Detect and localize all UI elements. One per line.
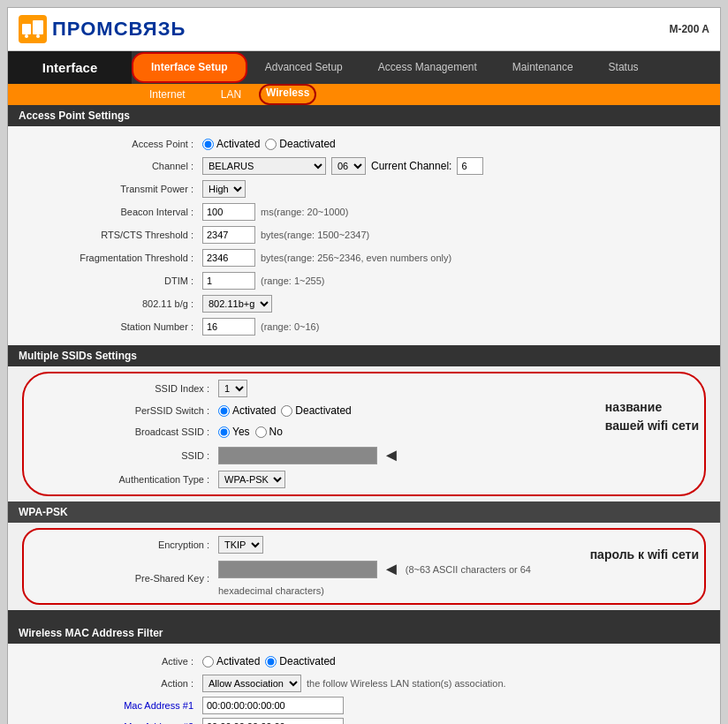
ssid-section-container: SSID Index : 1 PerSSID Switch : Activate… bbox=[8, 372, 720, 496]
mode-label: 802.11 b/g : bbox=[26, 298, 202, 309]
wpa-oval: Encryption : TKIP Pre-Shared Key : ◄ (8~… bbox=[22, 528, 706, 605]
station-input[interactable] bbox=[202, 318, 255, 336]
frag-input[interactable] bbox=[202, 249, 255, 267]
svg-rect-0 bbox=[22, 24, 31, 34]
sub-nav-wireless[interactable]: Wireless bbox=[259, 84, 316, 105]
row-access-point: Access Point : Activated Deactivated bbox=[8, 133, 720, 155]
mac-active-label: Active : bbox=[26, 656, 202, 667]
auth-label: Authentication Type : bbox=[42, 474, 218, 485]
rts-input[interactable] bbox=[202, 226, 255, 244]
nav-bar: Interface Interface Setup Advanced Setup… bbox=[8, 51, 720, 84]
psk-row: ◄ (8~63 ASCII characters or 64 bbox=[218, 559, 531, 579]
channel-label: Channel : bbox=[26, 161, 202, 171]
ssid-index-select[interactable]: 1 bbox=[218, 380, 247, 397]
broadcast-yes[interactable]: Yes bbox=[218, 426, 250, 438]
mac-input-1[interactable] bbox=[202, 697, 344, 714]
mode-select[interactable]: 802.11b+g bbox=[202, 295, 272, 313]
channel-value: BELARUS 06 Current Channel: bbox=[202, 157, 483, 175]
row-ssid: SSID : ◄ bbox=[24, 442, 704, 468]
sub-nav-lan[interactable]: LAN bbox=[203, 84, 259, 105]
tab-interface-setup[interactable]: Interface Setup bbox=[132, 52, 247, 84]
content: Access Point Settings Access Point : Act… bbox=[8, 105, 720, 724]
station-label: Station Number : bbox=[26, 321, 202, 332]
tab-status[interactable]: Status bbox=[591, 54, 656, 82]
nav-tabs: Interface Setup Advanced Setup Access Ma… bbox=[132, 51, 720, 84]
ssid-field-label: SSID : bbox=[42, 450, 218, 461]
mac-active-deactivated[interactable]: Deactivated bbox=[265, 655, 335, 667]
section-mac-header: Wireless MAC Address Filter bbox=[8, 610, 720, 644]
radio-deactivated-input[interactable] bbox=[265, 139, 277, 150]
encryption-select[interactable]: TKIP bbox=[218, 536, 263, 554]
tab-advanced-setup[interactable]: Advanced Setup bbox=[247, 54, 360, 82]
channel-num-select[interactable]: 06 bbox=[331, 157, 366, 175]
beacon-input[interactable] bbox=[202, 203, 255, 221]
psk-label: Pre-Shared Key : bbox=[42, 573, 218, 584]
mac-active-value: Activated Deactivated bbox=[202, 655, 336, 667]
transmit-power-label: Transmit Power : bbox=[26, 184, 202, 194]
transmit-power-select[interactable]: High bbox=[202, 180, 246, 198]
section-access-point-header: Access Point Settings bbox=[8, 105, 720, 126]
row-broadcast: Broadcast SSID : Yes No bbox=[24, 421, 704, 442]
broadcast-label: Broadcast SSID : bbox=[42, 426, 218, 437]
access-point-value: Activated Deactivated bbox=[202, 138, 336, 150]
psk-input[interactable] bbox=[218, 561, 377, 578]
psk-hint2: hexadecimal characters) bbox=[218, 585, 324, 596]
tab-access-management[interactable]: Access Management bbox=[360, 54, 495, 82]
channel-select[interactable]: BELARUS bbox=[202, 157, 326, 175]
row-transmit-power: Transmit Power : High bbox=[8, 177, 720, 200]
transmit-power-value: High bbox=[202, 180, 246, 198]
broadcast-no[interactable]: No bbox=[255, 426, 283, 438]
mac-action-suffix: the follow Wireless LAN station(s) assoc… bbox=[307, 678, 506, 689]
mac-row: Mac Address #2 bbox=[8, 716, 720, 724]
mac-action-value: Allow Association the follow Wireless LA… bbox=[202, 675, 506, 692]
dtim-input[interactable] bbox=[202, 272, 255, 290]
perssid-deactivated[interactable]: Deactivated bbox=[281, 404, 351, 417]
ssid-field-value: ◄ bbox=[218, 445, 400, 465]
perssid-activated[interactable]: Activated bbox=[218, 404, 276, 417]
mac-active-activated[interactable]: Activated bbox=[202, 655, 260, 667]
dtim-label: DTIM : bbox=[26, 275, 202, 286]
nav-interface: Interface bbox=[8, 51, 132, 84]
sub-nav-internet[interactable]: Internet bbox=[132, 84, 203, 105]
perssid-activated-input[interactable] bbox=[218, 405, 230, 417]
mac-filter-form: Active : Activated Deactivated Action : bbox=[8, 644, 720, 724]
dtim-hint: (range: 1~255) bbox=[261, 275, 324, 286]
current-channel-input[interactable] bbox=[457, 157, 483, 175]
section-wpa-header: WPA-PSK bbox=[8, 502, 720, 523]
encryption-value: TKIP bbox=[218, 536, 263, 554]
perssid-label: PerSSID Switch : bbox=[42, 405, 218, 416]
auth-select[interactable]: WPA-PSK bbox=[218, 471, 285, 488]
mac-label-1: Mac Address #1 bbox=[26, 700, 202, 711]
mac-action-label: Action : bbox=[26, 678, 202, 689]
radio-deactivated[interactable]: Deactivated bbox=[265, 138, 335, 150]
access-point-label: Access Point : bbox=[26, 139, 202, 149]
radio-activated[interactable]: Activated bbox=[202, 138, 260, 150]
row-mac-action: Action : Allow Association the follow Wi… bbox=[8, 672, 720, 695]
broadcast-yes-input[interactable] bbox=[218, 426, 230, 438]
ssid-annotation: названиевашей wifi сети bbox=[605, 398, 699, 435]
row-mac-active: Active : Activated Deactivated bbox=[8, 651, 720, 672]
mac-activated-input[interactable] bbox=[202, 656, 214, 667]
radio-activated-input[interactable] bbox=[202, 139, 214, 150]
beacon-value: ms(range: 20~1000) bbox=[202, 203, 348, 221]
ssid-input[interactable] bbox=[218, 447, 377, 464]
header: ПРОМСВЯЗЬ M-200 A bbox=[8, 8, 720, 51]
ssid-index-label: SSID Index : bbox=[42, 383, 218, 394]
psk-annotation: пароль к wifi сети bbox=[590, 546, 699, 564]
mac-deactivated-input[interactable] bbox=[265, 656, 277, 667]
logo-area: ПРОМСВЯЗЬ bbox=[19, 15, 186, 43]
tab-maintenance[interactable]: Maintenance bbox=[495, 54, 591, 82]
ssid-index-value: 1 bbox=[218, 380, 247, 397]
perssid-value: Activated Deactivated bbox=[218, 404, 352, 417]
mac-action-select[interactable]: Allow Association bbox=[202, 675, 301, 692]
section-ssid-header: Multiple SSIDs Settings bbox=[8, 345, 720, 366]
psk-hint2-row: hexadecimal characters) bbox=[218, 584, 324, 597]
sub-nav: Internet LAN Wireless bbox=[8, 84, 720, 105]
mac-input-2[interactable] bbox=[202, 718, 344, 724]
broadcast-value: Yes No bbox=[218, 426, 283, 438]
psk-arrow-icon: ◄ bbox=[383, 559, 400, 579]
row-rts: RTS/CTS Threshold : bytes(range: 1500~23… bbox=[8, 223, 720, 246]
broadcast-no-input[interactable] bbox=[255, 426, 267, 438]
frag-value: bytes(range: 256~2346, even numbers only… bbox=[202, 249, 451, 267]
perssid-deactivated-input[interactable] bbox=[281, 405, 292, 417]
